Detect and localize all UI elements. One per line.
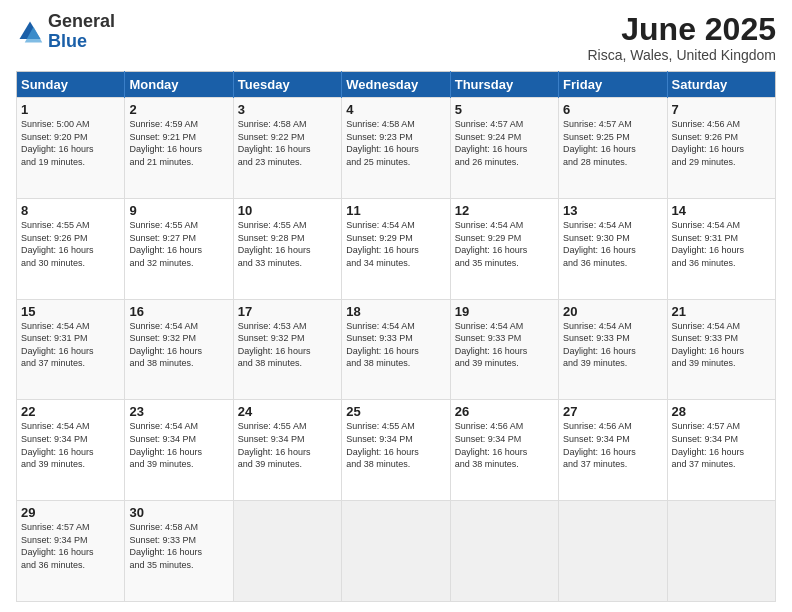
table-cell: 12Sunrise: 4:54 AM Sunset: 9:29 PM Dayli… [450, 198, 558, 299]
cell-info-text: Sunrise: 4:54 AM Sunset: 9:33 PM Dayligh… [455, 320, 554, 370]
logo-general: General [48, 11, 115, 31]
table-cell: 8Sunrise: 4:55 AM Sunset: 9:26 PM Daylig… [17, 198, 125, 299]
subtitle: Risca, Wales, United Kingdom [587, 47, 776, 63]
logo-blue: Blue [48, 31, 87, 51]
cell-day-number: 24 [238, 404, 337, 419]
table-cell: 3Sunrise: 4:58 AM Sunset: 9:22 PM Daylig… [233, 98, 341, 199]
col-friday: Friday [559, 72, 667, 98]
table-cell: 25Sunrise: 4:55 AM Sunset: 9:34 PM Dayli… [342, 400, 450, 501]
col-saturday: Saturday [667, 72, 775, 98]
cell-info-text: Sunrise: 4:54 AM Sunset: 9:34 PM Dayligh… [129, 420, 228, 470]
table-cell: 14Sunrise: 4:54 AM Sunset: 9:31 PM Dayli… [667, 198, 775, 299]
table-cell: 5Sunrise: 4:57 AM Sunset: 9:24 PM Daylig… [450, 98, 558, 199]
week-row-3: 15Sunrise: 4:54 AM Sunset: 9:31 PM Dayli… [17, 299, 776, 400]
cell-info-text: Sunrise: 4:58 AM Sunset: 9:23 PM Dayligh… [346, 118, 445, 168]
cell-day-number: 17 [238, 304, 337, 319]
calendar-header-row: Sunday Monday Tuesday Wednesday Thursday… [17, 72, 776, 98]
cell-info-text: Sunrise: 4:58 AM Sunset: 9:33 PM Dayligh… [129, 521, 228, 571]
table-cell [233, 501, 341, 602]
cell-info-text: Sunrise: 4:53 AM Sunset: 9:32 PM Dayligh… [238, 320, 337, 370]
cell-day-number: 3 [238, 102, 337, 117]
calendar: Sunday Monday Tuesday Wednesday Thursday… [16, 71, 776, 602]
cell-day-number: 19 [455, 304, 554, 319]
cell-day-number: 18 [346, 304, 445, 319]
col-wednesday: Wednesday [342, 72, 450, 98]
cell-info-text: Sunrise: 4:59 AM Sunset: 9:21 PM Dayligh… [129, 118, 228, 168]
table-cell: 29Sunrise: 4:57 AM Sunset: 9:34 PM Dayli… [17, 501, 125, 602]
cell-info-text: Sunrise: 4:54 AM Sunset: 9:33 PM Dayligh… [346, 320, 445, 370]
cell-day-number: 20 [563, 304, 662, 319]
cell-info-text: Sunrise: 4:56 AM Sunset: 9:34 PM Dayligh… [455, 420, 554, 470]
col-tuesday: Tuesday [233, 72, 341, 98]
table-cell: 15Sunrise: 4:54 AM Sunset: 9:31 PM Dayli… [17, 299, 125, 400]
cell-day-number: 26 [455, 404, 554, 419]
page: General Blue June 2025 Risca, Wales, Uni… [0, 0, 792, 612]
cell-info-text: Sunrise: 4:54 AM Sunset: 9:33 PM Dayligh… [672, 320, 771, 370]
cell-day-number: 2 [129, 102, 228, 117]
table-cell: 18Sunrise: 4:54 AM Sunset: 9:33 PM Dayli… [342, 299, 450, 400]
cell-day-number: 12 [455, 203, 554, 218]
table-cell: 1Sunrise: 5:00 AM Sunset: 9:20 PM Daylig… [17, 98, 125, 199]
logo-text: General Blue [48, 12, 115, 52]
table-cell [559, 501, 667, 602]
cell-day-number: 1 [21, 102, 120, 117]
table-cell: 11Sunrise: 4:54 AM Sunset: 9:29 PM Dayli… [342, 198, 450, 299]
table-cell: 19Sunrise: 4:54 AM Sunset: 9:33 PM Dayli… [450, 299, 558, 400]
cell-day-number: 25 [346, 404, 445, 419]
table-cell: 28Sunrise: 4:57 AM Sunset: 9:34 PM Dayli… [667, 400, 775, 501]
cell-info-text: Sunrise: 4:57 AM Sunset: 9:34 PM Dayligh… [21, 521, 120, 571]
cell-info-text: Sunrise: 4:55 AM Sunset: 9:34 PM Dayligh… [238, 420, 337, 470]
table-cell: 20Sunrise: 4:54 AM Sunset: 9:33 PM Dayli… [559, 299, 667, 400]
table-cell: 26Sunrise: 4:56 AM Sunset: 9:34 PM Dayli… [450, 400, 558, 501]
cell-day-number: 11 [346, 203, 445, 218]
cell-info-text: Sunrise: 4:54 AM Sunset: 9:32 PM Dayligh… [129, 320, 228, 370]
cell-day-number: 14 [672, 203, 771, 218]
cell-day-number: 13 [563, 203, 662, 218]
cell-info-text: Sunrise: 4:58 AM Sunset: 9:22 PM Dayligh… [238, 118, 337, 168]
cell-info-text: Sunrise: 4:54 AM Sunset: 9:29 PM Dayligh… [346, 219, 445, 269]
cell-info-text: Sunrise: 4:54 AM Sunset: 9:31 PM Dayligh… [21, 320, 120, 370]
cell-day-number: 8 [21, 203, 120, 218]
header: General Blue June 2025 Risca, Wales, Uni… [16, 12, 776, 63]
cell-day-number: 22 [21, 404, 120, 419]
table-cell: 27Sunrise: 4:56 AM Sunset: 9:34 PM Dayli… [559, 400, 667, 501]
table-cell: 2Sunrise: 4:59 AM Sunset: 9:21 PM Daylig… [125, 98, 233, 199]
cell-info-text: Sunrise: 4:54 AM Sunset: 9:34 PM Dayligh… [21, 420, 120, 470]
cell-info-text: Sunrise: 4:57 AM Sunset: 9:34 PM Dayligh… [672, 420, 771, 470]
cell-day-number: 30 [129, 505, 228, 520]
week-row-5: 29Sunrise: 4:57 AM Sunset: 9:34 PM Dayli… [17, 501, 776, 602]
cell-info-text: Sunrise: 4:54 AM Sunset: 9:33 PM Dayligh… [563, 320, 662, 370]
table-cell: 7Sunrise: 4:56 AM Sunset: 9:26 PM Daylig… [667, 98, 775, 199]
table-cell: 17Sunrise: 4:53 AM Sunset: 9:32 PM Dayli… [233, 299, 341, 400]
table-cell [450, 501, 558, 602]
week-row-1: 1Sunrise: 5:00 AM Sunset: 9:20 PM Daylig… [17, 98, 776, 199]
cell-day-number: 23 [129, 404, 228, 419]
col-sunday: Sunday [17, 72, 125, 98]
cell-day-number: 6 [563, 102, 662, 117]
cell-info-text: Sunrise: 4:54 AM Sunset: 9:29 PM Dayligh… [455, 219, 554, 269]
cell-day-number: 21 [672, 304, 771, 319]
cell-day-number: 7 [672, 102, 771, 117]
table-cell: 21Sunrise: 4:54 AM Sunset: 9:33 PM Dayli… [667, 299, 775, 400]
table-cell: 24Sunrise: 4:55 AM Sunset: 9:34 PM Dayli… [233, 400, 341, 501]
cell-day-number: 28 [672, 404, 771, 419]
table-cell: 22Sunrise: 4:54 AM Sunset: 9:34 PM Dayli… [17, 400, 125, 501]
table-cell: 16Sunrise: 4:54 AM Sunset: 9:32 PM Dayli… [125, 299, 233, 400]
cell-day-number: 4 [346, 102, 445, 117]
table-cell: 4Sunrise: 4:58 AM Sunset: 9:23 PM Daylig… [342, 98, 450, 199]
logo-icon [16, 18, 44, 46]
cell-day-number: 15 [21, 304, 120, 319]
logo: General Blue [16, 12, 115, 52]
cell-info-text: Sunrise: 4:55 AM Sunset: 9:27 PM Dayligh… [129, 219, 228, 269]
col-thursday: Thursday [450, 72, 558, 98]
title-block: June 2025 Risca, Wales, United Kingdom [587, 12, 776, 63]
cell-info-text: Sunrise: 4:57 AM Sunset: 9:25 PM Dayligh… [563, 118, 662, 168]
cell-day-number: 9 [129, 203, 228, 218]
cell-info-text: Sunrise: 4:55 AM Sunset: 9:26 PM Dayligh… [21, 219, 120, 269]
cell-day-number: 10 [238, 203, 337, 218]
table-cell: 23Sunrise: 4:54 AM Sunset: 9:34 PM Dayli… [125, 400, 233, 501]
cell-day-number: 5 [455, 102, 554, 117]
cell-day-number: 16 [129, 304, 228, 319]
table-cell: 6Sunrise: 4:57 AM Sunset: 9:25 PM Daylig… [559, 98, 667, 199]
cell-info-text: Sunrise: 5:00 AM Sunset: 9:20 PM Dayligh… [21, 118, 120, 168]
